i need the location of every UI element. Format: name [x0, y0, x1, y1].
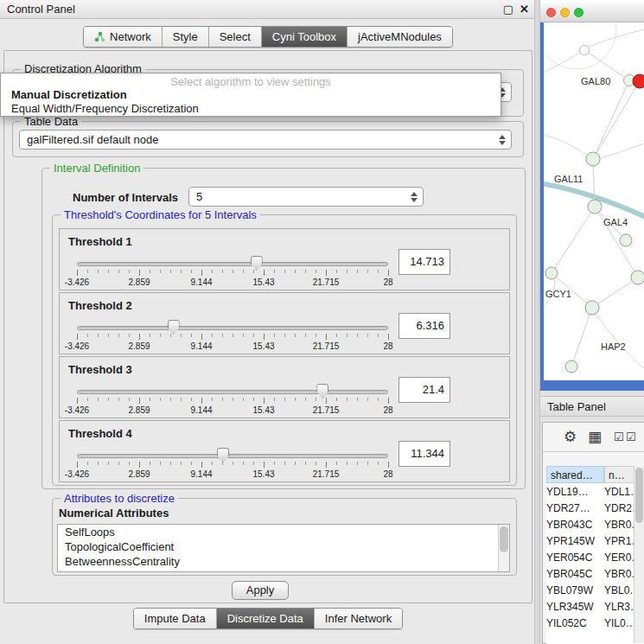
num-intervals-value: 5	[196, 190, 202, 203]
graph-node[interactable]	[620, 234, 632, 246]
graph-node[interactable]	[545, 267, 558, 279]
scale-label: 21.715	[313, 277, 340, 287]
threshold-value-field[interactable]: 6.316	[399, 313, 450, 339]
graph-node[interactable]	[586, 152, 600, 166]
slider-track[interactable]	[77, 326, 388, 330]
scale-label: 9.144	[190, 277, 212, 287]
tab-discretize-data[interactable]: Discretize Data	[217, 609, 315, 628]
checkbox-icon[interactable]: ☑	[626, 430, 636, 443]
slider-track[interactable]	[77, 390, 388, 394]
table-window: ⚙ ▦ ☑ ☑ shared… n… YDL19…YDL1… YDR27…YDR…	[542, 422, 644, 644]
scale-label: 2.859	[128, 277, 150, 287]
graph-node[interactable]	[631, 271, 644, 284]
scale-label: 28	[383, 277, 392, 287]
zoom-traffic-light-icon[interactable]	[574, 8, 583, 17]
scale-label: 28	[383, 341, 392, 351]
list-item[interactable]: BetweennessCentrality	[58, 554, 509, 569]
columns-icon[interactable]: ▦	[588, 428, 602, 446]
network-graph: GAL80 GAL11 GAL4 GCY1 HAP2	[544, 22, 644, 380]
thresholds-group-title: Threshold's Coordinates for 5 Intervals	[61, 208, 260, 221]
threshold-slider[interactable]: -3.426 2.859 9.144 15.43 21.715 28	[77, 321, 388, 352]
node-label: HAP2	[601, 341, 626, 352]
tab-jactivemnodules[interactable]: jActiveMNodules	[348, 27, 452, 47]
network-icon	[94, 31, 105, 42]
combo-arrows-icon	[499, 135, 506, 145]
scale-label: 21.715	[313, 341, 340, 351]
scale-label: -3.426	[65, 405, 89, 415]
scale-label: 9.144	[190, 469, 212, 479]
scrollbar-thumb[interactable]	[500, 526, 508, 552]
bottom-tab-bar: Impute Data Discretize Data Infer Networ…	[0, 608, 536, 629]
threshold-label: Threshold 3	[68, 363, 132, 376]
scale-label: -3.426	[65, 277, 89, 287]
threshold-slider[interactable]: -3.426 2.859 9.144 15.43 21.715 28	[77, 257, 388, 288]
slider-thumb[interactable]	[168, 320, 180, 335]
control-panel: Control Panel ▢ ✕ Network Style Select C…	[0, 0, 536, 644]
threshold-panel-3: Threshold 3 -3.426 2.859 9.144 15.43 21.…	[59, 356, 510, 418]
list-scrollbar[interactable]	[498, 525, 509, 571]
network-window: GAL80 GAL11 GAL4 GCY1 HAP2	[540, 3, 644, 391]
close-traffic-light-icon[interactable]	[546, 8, 556, 17]
float-window-icon[interactable]: ▢	[503, 0, 513, 19]
network-window-titlebar[interactable]	[540, 3, 644, 22]
table-data-combo-value: galFiltered.sif default node	[27, 133, 158, 146]
scale-label: 28	[383, 469, 392, 479]
minimize-traffic-light-icon[interactable]	[560, 8, 570, 17]
threshold-value-field[interactable]: 14.713	[399, 249, 450, 275]
tab-cyni-toolbox[interactable]: Cyni Toolbox	[262, 27, 348, 47]
threshold-label: Threshold 2	[68, 299, 132, 312]
list-item[interactable]: SelfLoops	[58, 525, 509, 539]
selected-graph-node[interactable]	[633, 74, 644, 88]
threshold-panel-2: Threshold 2 -3.426 2.859 9.144 15.43 21.…	[59, 292, 510, 354]
scale-label: 15.43	[252, 405, 274, 415]
tab-infer-network[interactable]: Infer Network	[315, 609, 402, 628]
control-panel-title: Control Panel	[7, 0, 75, 19]
network-canvas[interactable]: GAL80 GAL11 GAL4 GCY1 HAP2	[544, 22, 644, 380]
tab-style[interactable]: Style	[163, 27, 209, 47]
tab-impute-data[interactable]: Impute Data	[134, 609, 217, 628]
scale-label: 15.43	[252, 277, 274, 287]
scrollbar-thumb[interactable]	[635, 468, 643, 523]
threshold-slider[interactable]: -3.426 2.859 9.144 15.43 21.715 28	[77, 449, 388, 480]
dropdown-option-equal-width[interactable]: Equal Width/Frequency Discretization	[1, 102, 501, 116]
threshold-label: Threshold 4	[68, 427, 132, 440]
scale-label: 21.715	[313, 405, 340, 415]
scale-label: 2.859	[128, 341, 150, 351]
scale-label: 15.43	[252, 341, 274, 351]
threshold-panel-4: Threshold 4 -3.426 2.859 9.144 15.43 21.…	[59, 420, 510, 482]
threshold-slider[interactable]: -3.426 2.859 9.144 15.43 21.715 28	[77, 385, 388, 416]
apply-button[interactable]: Apply	[232, 581, 289, 600]
dropdown-placeholder-item[interactable]: Select algorithm to view settings	[1, 73, 501, 88]
table-scrollbar[interactable]	[634, 466, 644, 643]
graph-node[interactable]	[585, 301, 599, 315]
table-panel-header: Table Panel	[540, 396, 644, 417]
panel-divider[interactable]	[534, 0, 540, 644]
scale-label: -3.426	[65, 469, 89, 479]
slider-thumb[interactable]	[217, 448, 229, 462]
threshold-value-field[interactable]: 21.4	[399, 377, 450, 403]
slider-track[interactable]	[77, 262, 388, 266]
slider-track[interactable]	[77, 454, 388, 458]
tab-select[interactable]: Select	[209, 27, 262, 47]
gear-icon[interactable]: ⚙	[564, 428, 577, 446]
list-item[interactable]: TopologicalCoefficient	[58, 539, 509, 554]
graph-node[interactable]	[565, 360, 577, 373]
table-data-combo[interactable]: galFiltered.sif default node	[19, 130, 512, 150]
node-label: GAL11	[554, 174, 583, 184]
slider-thumb[interactable]	[251, 256, 263, 271]
dropdown-option-manual[interactable]: Manual Discretization	[1, 88, 501, 102]
scale-label: 15.43	[252, 469, 274, 479]
num-intervals-combo[interactable]: 5	[188, 187, 424, 207]
slider-thumb[interactable]	[316, 384, 328, 399]
threshold-label: Threshold 1	[68, 235, 132, 248]
attributes-list[interactable]: SelfLoops TopologicalCoefficient Between…	[57, 524, 510, 572]
graph-node[interactable]	[580, 46, 590, 55]
checkbox-icon[interactable]: ☑	[614, 430, 624, 443]
num-intervals-label: Number of Intervals	[73, 191, 178, 204]
tab-network[interactable]: Network	[84, 27, 163, 47]
graph-node[interactable]	[588, 200, 602, 214]
close-window-icon[interactable]: ✕	[520, 0, 529, 19]
column-header-shared-name[interactable]: shared…	[546, 466, 604, 483]
threshold-value-field[interactable]: 11.344	[399, 441, 450, 467]
top-tab-bar: Network Style Select Cyni Toolbox jActiv…	[0, 26, 536, 48]
